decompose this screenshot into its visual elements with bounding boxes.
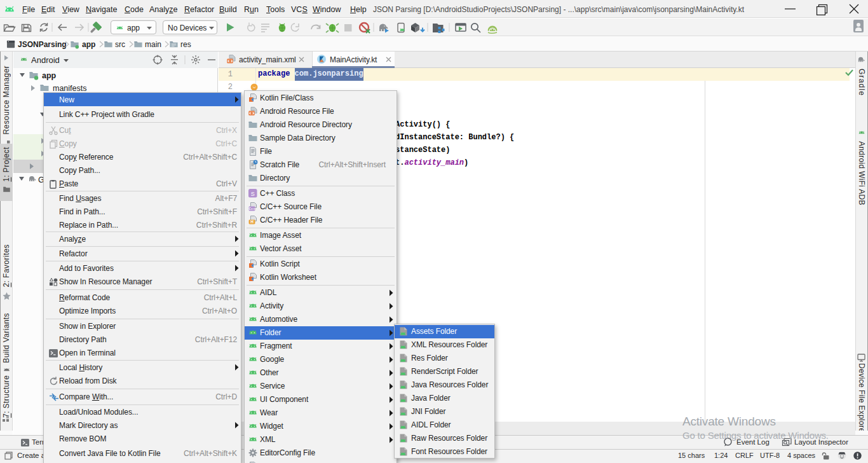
svg-text:H: H xyxy=(250,219,254,224)
svg-text:C++: C++ xyxy=(249,207,256,211)
svg-text:S: S xyxy=(251,191,255,197)
